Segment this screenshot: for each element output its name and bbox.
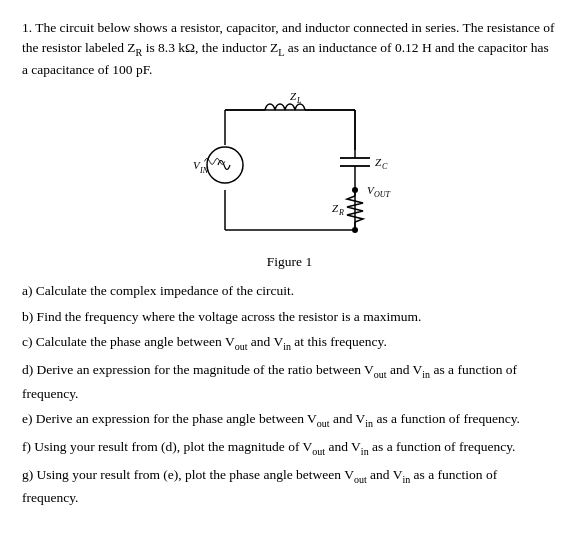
questions-section: a) Calculate the complex impedance of th… — [22, 280, 557, 509]
svg-text:Z: Z — [332, 202, 339, 214]
svg-point-26 — [352, 227, 358, 233]
circuit-diagram: V IN Z L Z C Z R — [22, 90, 557, 250]
question-g: g) Using your result from (e), plot the … — [22, 464, 557, 509]
question-b-text: b) Find the frequency where the voltage … — [22, 309, 421, 324]
question-f-text: f) Using your result from (d), plot the … — [22, 439, 515, 454]
svg-point-3 — [207, 147, 243, 183]
question-b: b) Find the frequency where the voltage … — [22, 306, 557, 328]
question-c-text: c) Calculate the phase angle between Vou… — [22, 334, 387, 349]
question-e: e) Derive an expression for the phase an… — [22, 408, 557, 432]
svg-point-23 — [352, 187, 358, 193]
question-a-text: a) Calculate the complex impedance of th… — [22, 283, 294, 298]
svg-text:L: L — [296, 96, 302, 105]
svg-text:IN: IN — [199, 166, 209, 175]
question-f: f) Using your result from (d), plot the … — [22, 436, 557, 460]
problem-intro: 1. The circuit below shows a resistor, c… — [22, 18, 557, 80]
svg-text:C: C — [382, 162, 388, 171]
svg-text:Z: Z — [290, 90, 297, 102]
svg-text:R: R — [338, 208, 344, 217]
question-g-text: g) Using your result from (e), plot the … — [22, 467, 497, 506]
svg-text:Z: Z — [375, 156, 382, 168]
figure-label: Figure 1 — [22, 254, 557, 270]
question-d: d) Derive an expression for the magnitud… — [22, 359, 557, 404]
question-e-text: e) Derive an expression for the phase an… — [22, 411, 520, 426]
svg-text:OUT: OUT — [374, 190, 391, 199]
question-c: c) Calculate the phase angle between Vou… — [22, 331, 557, 355]
question-a: a) Calculate the complex impedance of th… — [22, 280, 557, 302]
intro-text-1: 1. The circuit below shows a resistor, c… — [22, 20, 555, 77]
question-d-text: d) Derive an expression for the magnitud… — [22, 362, 517, 401]
circuit-svg: V IN Z L Z C Z R — [185, 90, 395, 250]
